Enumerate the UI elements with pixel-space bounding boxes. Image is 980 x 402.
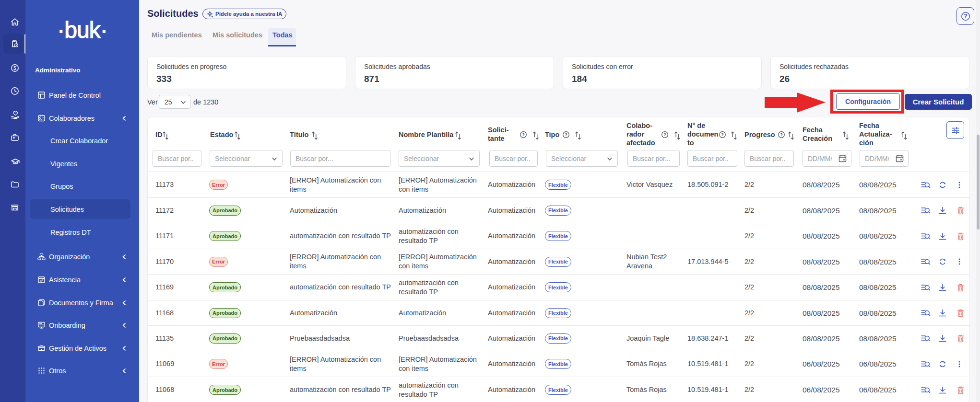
svg-text:?: ? [522, 132, 525, 137]
svg-text:?: ? [721, 132, 724, 137]
svg-text:?: ? [780, 132, 783, 137]
svg-text:?: ? [565, 132, 567, 137]
svg-text:?: ? [964, 13, 967, 20]
svg-text:?: ? [663, 132, 666, 137]
